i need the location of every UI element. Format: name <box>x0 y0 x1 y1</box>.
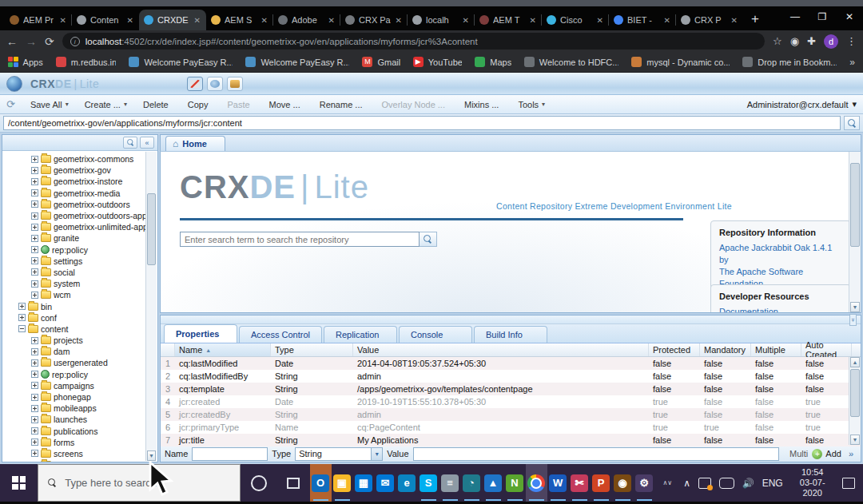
tree-node[interactable]: rep:policy <box>2 244 157 256</box>
apps-shortcut[interactable]: Apps <box>8 57 43 67</box>
tree-node[interactable]: mobileapps <box>2 403 157 414</box>
build-tools-icon-button[interactable] <box>187 77 203 91</box>
expand-toggle-icon[interactable] <box>31 156 38 163</box>
notification-dot-icon[interactable] <box>698 478 711 489</box>
new-tab-button[interactable]: + <box>743 11 770 30</box>
table-row[interactable]: 4 jcr:created Date 2019-10-19T15:55:10.3… <box>161 395 861 408</box>
taskbar-app-button[interactable]: ▣ <box>332 464 353 502</box>
expand-toggle-icon[interactable] <box>18 314 26 321</box>
bookmark-item[interactable]: Welcome to HDFC... <box>524 57 619 67</box>
pen-tablet-icon[interactable] <box>719 478 734 489</box>
browser-tab[interactable]: CRX Pa ✕ <box>340 10 408 30</box>
expand-toggle-icon[interactable] <box>31 178 38 185</box>
panel-tab[interactable]: Console <box>399 326 472 343</box>
browser-tab[interactable]: Conten ✕ <box>72 10 139 30</box>
expand-toggle-icon[interactable] <box>31 337 38 344</box>
expand-toggle-icon[interactable] <box>31 292 38 299</box>
cortana-button[interactable] <box>241 464 276 502</box>
panel-tab[interactable]: Access Control <box>239 326 322 343</box>
table-row[interactable]: 3 cq:template String /apps/geometrixx-go… <box>161 383 861 395</box>
tab-close-icon[interactable]: ✕ <box>126 16 134 25</box>
taskbar-app-button[interactable]: W <box>547 464 569 502</box>
multi-label[interactable]: Multi <box>789 449 808 458</box>
tab-close-icon[interactable]: ✕ <box>193 16 201 25</box>
expand-toggle-icon[interactable] <box>31 268 38 276</box>
toolbar-button[interactable]: Rename ... <box>312 98 373 111</box>
content-scroll-thumb[interactable] <box>850 163 860 247</box>
taskbar-app-button[interactable]: ◔ <box>461 464 483 502</box>
table-row[interactable]: 6 jcr:primaryType Name cq:PageContent tr… <box>161 421 861 434</box>
tree-node[interactable]: usergenerated <box>2 357 157 368</box>
browser-menu-icon[interactable]: ⋮ <box>846 35 857 47</box>
tree-node[interactable]: dam <box>2 346 157 357</box>
expand-toggle-icon[interactable] <box>31 439 38 446</box>
web-view-icon-button[interactable] <box>207 77 223 91</box>
tree-node[interactable]: screens <box>2 448 157 459</box>
taskbar-app-button[interactable]: ▦ <box>353 464 375 502</box>
package-icon-button[interactable] <box>227 77 243 91</box>
browser-tab[interactable]: Cisco ✕ <box>542 10 609 30</box>
expand-toggle-icon[interactable] <box>31 200 38 208</box>
panel-tab[interactable]: Replication <box>324 326 397 343</box>
expand-toggle-icon[interactable] <box>31 405 38 412</box>
tree-scrollbar[interactable]: ▼ <box>145 152 157 461</box>
expand-toggle-icon[interactable] <box>31 348 38 355</box>
tab-close-icon[interactable]: ✕ <box>596 16 604 25</box>
toolbar-button[interactable]: Create ... ▾ <box>78 98 134 111</box>
bookmark-item[interactable]: Drop me in Bookm... <box>742 57 837 67</box>
tree-node[interactable]: geometrixx-outdoors-app <box>2 210 157 221</box>
form-overflow-icon[interactable]: » <box>845 449 857 458</box>
tree-scroll-down-icon[interactable]: ▼ <box>147 450 156 461</box>
task-view-button[interactable] <box>276 464 309 502</box>
tree-node[interactable]: settings <box>2 256 157 267</box>
restore-button[interactable]: ❐ <box>809 6 836 30</box>
table-scrollbar[interactable]: ▲ ▼ <box>849 357 861 445</box>
tree-node[interactable]: forms <box>2 437 157 448</box>
expand-toggle-icon[interactable] <box>31 371 38 378</box>
tree-node[interactable]: publications <box>2 426 157 437</box>
taskbar-app-button[interactable]: ≡ <box>439 464 461 502</box>
profile-avatar[interactable]: d <box>824 34 838 49</box>
action-center-icon[interactable] <box>842 478 855 489</box>
clock[interactable]: 10:5403-07-2020 <box>791 467 834 498</box>
browser-tab[interactable]: Adobe ✕ <box>273 10 340 30</box>
expand-toggle-icon[interactable] <box>31 427 38 435</box>
taskbar-scroll-icons[interactable]: ∧∨ <box>663 480 673 486</box>
tree-node[interactable]: geometrixx-commons <box>2 153 157 165</box>
taskbar-app-button[interactable]: ✄ <box>569 464 591 502</box>
browser-tab[interactable]: BIET - ✕ <box>609 10 676 30</box>
tab-close-icon[interactable]: ✕ <box>395 16 403 25</box>
refresh-icon[interactable]: ⟳ <box>6 98 15 110</box>
property-type-select[interactable]: String ▾ <box>295 447 383 461</box>
expand-toggle-icon[interactable] <box>18 325 26 332</box>
browser-tab[interactable]: CRX P ✕ <box>676 10 743 30</box>
table-row[interactable]: 2 cq:lastModifiedBy String admin false f… <box>161 370 861 383</box>
taskbar-app-button[interactable]: ⚙ <box>634 464 655 502</box>
path-search-button[interactable] <box>844 116 860 130</box>
minimize-button[interactable]: — <box>781 6 809 30</box>
tab-close-icon[interactable]: ✕ <box>59 16 67 25</box>
bookmark-item[interactable]: Welcome PayEasy R... <box>129 57 233 67</box>
column-header-type[interactable]: Type <box>271 343 353 356</box>
repository-search-input[interactable] <box>180 232 420 247</box>
forward-icon[interactable]: → <box>26 35 37 48</box>
user-menu[interactable]: Administrator@crx.default ▾ <box>747 99 857 109</box>
taskbar-app-button[interactable]: S <box>418 464 439 502</box>
taskbar-app-button[interactable] <box>526 464 547 502</box>
browser-tab[interactable]: AEM S ✕ <box>206 10 273 30</box>
taskbar-app-button[interactable]: ✉ <box>375 464 396 502</box>
taskbar-app-button[interactable]: N <box>504 464 526 502</box>
taskbar-app-button[interactable]: ▲ <box>483 464 504 502</box>
table-row[interactable]: 5 jcr:createdBy String admin true false … <box>161 408 861 421</box>
tree-node[interactable]: geometrixx-outdoors <box>2 199 157 210</box>
toolbar-button[interactable]: Paste <box>220 98 260 111</box>
table-scroll-up-icon[interactable]: ▲ <box>850 357 860 367</box>
column-header-name[interactable]: Name▲ <box>175 343 271 356</box>
table-scroll-thumb[interactable] <box>850 369 860 417</box>
tab-home[interactable]: ⌂ Home <box>165 136 225 151</box>
taskbar-app-button[interactable]: ◉ <box>612 464 634 502</box>
extension-circle-icon[interactable]: ◉ <box>790 35 799 47</box>
tree-node[interactable]: geometrixx-media <box>2 188 157 199</box>
tab-close-icon[interactable]: ✕ <box>529 16 537 25</box>
taskbar-search-box[interactable]: Type here to search <box>38 464 241 502</box>
